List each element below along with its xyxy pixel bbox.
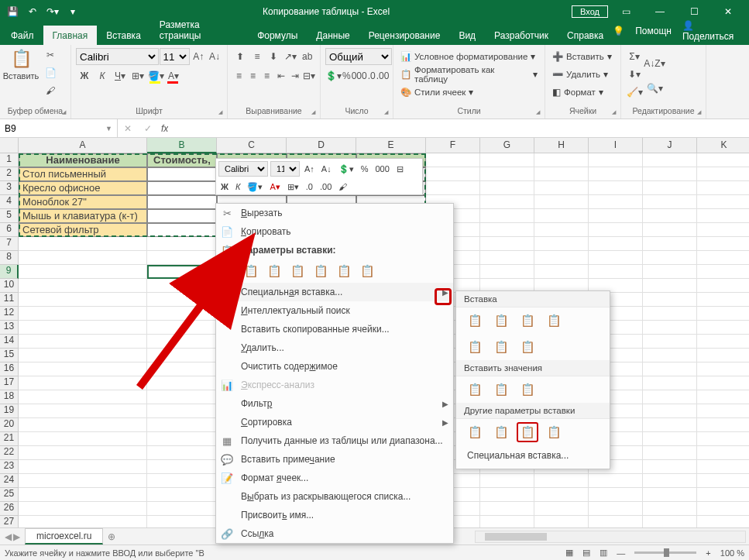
align-middle-icon[interactable]: ≡ (249, 48, 266, 65)
mini-decrease-font-icon[interactable]: A↓ (319, 161, 334, 177)
ctx-delete[interactable]: Удалить... (216, 338, 453, 357)
delete-cells-button[interactable]: ➖ Удалить ▾ (550, 66, 616, 83)
cell-K16[interactable] (697, 362, 749, 376)
cell-H5[interactable] (534, 209, 589, 223)
cell-J21[interactable] (643, 432, 697, 446)
cell-F3[interactable] (426, 181, 480, 195)
cell-K9[interactable] (697, 265, 749, 279)
row-header-12[interactable]: 12 (0, 307, 19, 321)
cell-B24[interactable] (147, 474, 217, 488)
mini-font-name[interactable]: Calibri (218, 161, 268, 177)
cell-J12[interactable] (643, 307, 697, 321)
ctx-define-name[interactable]: Присвоить имя... (216, 506, 453, 524)
cell-G26[interactable] (480, 502, 534, 516)
cell-H25[interactable] (534, 488, 589, 502)
cell-I1[interactable] (589, 153, 643, 167)
cell-I24[interactable] (589, 474, 643, 488)
tab-insert[interactable]: Вставка (97, 26, 150, 45)
mini-font-color-icon[interactable]: A▾ (267, 179, 282, 194)
paste-opt-formatting[interactable] (334, 262, 354, 280)
cell-G1[interactable] (480, 153, 534, 167)
row-header-3[interactable]: 3 (0, 181, 19, 195)
cell-K17[interactable] (697, 376, 749, 390)
ctx-clear[interactable]: Очистить содержимое (216, 357, 453, 376)
paste-opt-formulas[interactable] (287, 262, 308, 280)
cell-B7[interactable] (147, 237, 217, 251)
cell-J19[interactable] (643, 404, 697, 418)
cell-J5[interactable] (643, 209, 697, 223)
cell-J1[interactable] (643, 153, 697, 167)
cell-B5[interactable] (147, 209, 217, 223)
cell-J20[interactable] (643, 418, 697, 432)
row-header-19[interactable]: 19 (0, 404, 19, 418)
sub-paste-values-srcfmt[interactable] (517, 380, 538, 400)
cell-I7[interactable] (589, 237, 643, 251)
cell-B4[interactable] (147, 195, 217, 209)
cell-B1[interactable]: Стоимость, (147, 153, 217, 167)
row-header-22[interactable]: 22 (0, 446, 19, 460)
cell-K5[interactable] (697, 209, 749, 223)
name-box-dropdown-icon[interactable]: ▼ (105, 125, 112, 132)
cell-K22[interactable] (697, 446, 749, 460)
sub-paste-formulas[interactable] (490, 311, 512, 331)
tab-data[interactable]: Данные (307, 26, 359, 45)
find-select-icon[interactable]: 🔍▾ (646, 80, 663, 97)
cell-J24[interactable] (643, 474, 697, 488)
mini-percent-icon[interactable]: % (359, 161, 371, 177)
decrease-indent-icon[interactable]: ⇤ (274, 67, 287, 84)
cell-H24[interactable] (534, 474, 589, 488)
cell-G2[interactable] (480, 167, 534, 181)
row-header-2[interactable]: 2 (0, 167, 19, 181)
cell-G25[interactable] (480, 488, 534, 502)
cell-styles-button[interactable]: 🎨 Стили ячеек ▾ (398, 84, 540, 101)
align-right-icon[interactable]: ≡ (260, 67, 273, 84)
mini-merge-icon[interactable]: ⊟ (394, 161, 406, 177)
view-normal-icon[interactable]: ▦ (565, 548, 573, 558)
cell-B6[interactable] (147, 223, 217, 237)
autosum-icon[interactable]: Σ▾ (626, 48, 643, 65)
cell-A25[interactable] (19, 488, 147, 502)
zoom-slider[interactable] (634, 551, 696, 554)
cell-J10[interactable] (643, 279, 697, 293)
fill-color-icon[interactable]: 🪣▾ (147, 67, 164, 84)
cut-icon[interactable]: ✂ (42, 46, 59, 64)
align-left-icon[interactable]: ≡ (232, 67, 246, 84)
cell-K6[interactable] (697, 223, 749, 237)
cell-G7[interactable] (480, 237, 534, 251)
cell-J17[interactable] (643, 376, 697, 390)
mini-decimal-inc-icon[interactable]: .0 (304, 179, 315, 194)
row-header-25[interactable]: 25 (0, 488, 19, 502)
cell-B25[interactable] (147, 488, 217, 502)
cell-H1[interactable] (534, 153, 589, 167)
cell-K25[interactable] (697, 488, 749, 502)
column-header-F[interactable]: F (426, 138, 480, 153)
ctx-insert-copied[interactable]: Вставить скопированные ячейки... (216, 320, 453, 338)
new-sheet-icon[interactable]: ⊕ (103, 531, 120, 542)
ribbon-display-options-icon[interactable]: ▭ (610, 1, 642, 22)
sort-filter-icon[interactable]: A↓Z▾ (646, 48, 663, 79)
cell-B20[interactable] (147, 418, 217, 432)
close-icon[interactable]: ✕ (712, 1, 744, 22)
select-all-corner[interactable] (0, 138, 19, 153)
cell-F2[interactable] (426, 167, 480, 181)
cell-J15[interactable] (643, 349, 697, 362)
row-header-6[interactable]: 6 (0, 223, 19, 237)
row-header-1[interactable]: 1 (0, 153, 19, 167)
share-button[interactable]: 👤 Поделиться (682, 20, 740, 42)
column-header-H[interactable]: H (534, 138, 589, 153)
cell-J6[interactable] (643, 223, 697, 237)
cell-K23[interactable] (697, 460, 749, 474)
sub-paste-values[interactable] (464, 380, 486, 400)
increase-font-icon[interactable]: A↑ (191, 48, 206, 65)
sub-paste-linked-picture[interactable] (543, 422, 565, 442)
row-header-9[interactable]: 9 (0, 265, 19, 279)
cell-J26[interactable] (643, 502, 697, 516)
cell-A5[interactable]: Мышь и клавиатура (к-т) (19, 209, 147, 223)
cell-J3[interactable] (643, 181, 697, 195)
row-header-20[interactable]: 20 (0, 418, 19, 432)
column-header-D[interactable]: D (287, 138, 356, 153)
qat-customize-icon[interactable]: ▾ (65, 4, 81, 19)
tab-file[interactable]: Файл (2, 26, 43, 45)
tell-me-icon[interactable]: 💡 (613, 26, 624, 36)
cell-A7[interactable] (19, 237, 147, 251)
